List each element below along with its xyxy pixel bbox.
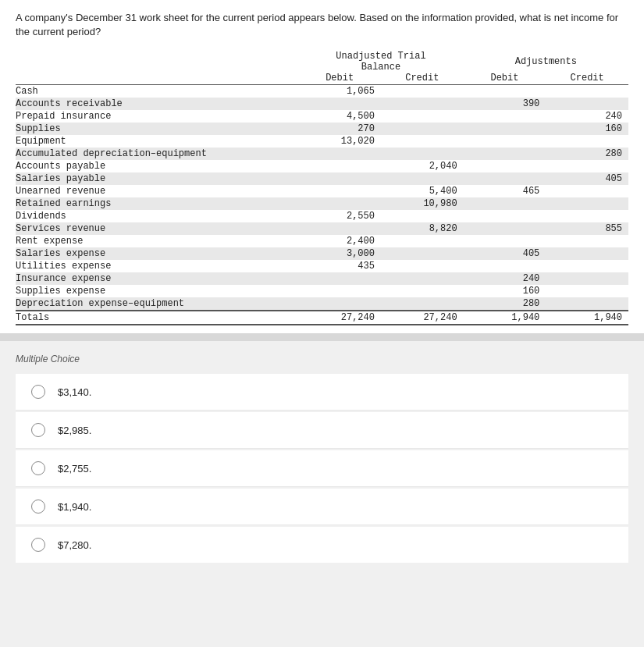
- row-credit: [381, 260, 464, 272]
- header-col-label: [16, 50, 298, 73]
- row-adj-credit: [546, 185, 628, 197]
- row-adj-debit: [464, 172, 546, 185]
- mc-option-5[interactable]: $7,280.: [16, 527, 628, 563]
- worksheet-table: Unadjusted Trial Balance Adjustments Deb…: [16, 50, 628, 325]
- row-adj-credit: 240: [546, 110, 628, 123]
- row-debit: [298, 197, 381, 210]
- table-row: Utilities expense435: [16, 260, 628, 272]
- totals-label: Totals: [16, 311, 298, 325]
- row-adj-credit: [546, 197, 628, 210]
- row-adj-debit: 405: [464, 247, 546, 260]
- totals-row: Totals 27,240 27,240 1,940 1,940: [16, 311, 628, 325]
- row-adj-credit: [546, 135, 628, 148]
- table-row: Rent expense2,400: [16, 235, 628, 247]
- question-area: A company's December 31 work sheet for t…: [0, 0, 644, 333]
- radio-1[interactable]: [31, 385, 45, 399]
- mc-option-2[interactable]: $2,985.: [16, 412, 628, 449]
- row-debit: [298, 172, 381, 185]
- row-debit: 435: [298, 260, 381, 272]
- radio-5[interactable]: [31, 538, 45, 552]
- table-row: Supplies270160: [16, 123, 628, 135]
- row-debit: 3,000: [298, 247, 381, 260]
- row-label: Salaries expense: [16, 247, 298, 260]
- question-text: A company's December 31 work sheet for t…: [16, 11, 628, 39]
- table-row: Retained earnings10,980: [16, 197, 628, 210]
- row-adj-credit: [546, 272, 628, 285]
- row-credit: [381, 210, 464, 222]
- row-label: Depreciation expense–equipment: [16, 297, 298, 311]
- row-debit: 1,065: [298, 85, 381, 98]
- radio-4[interactable]: [31, 499, 45, 514]
- row-credit: 10,980: [381, 197, 464, 210]
- row-label: Services revenue: [16, 222, 298, 235]
- row-adj-credit: [546, 247, 628, 260]
- row-label: Salaries payable: [16, 172, 298, 185]
- row-adj-debit: [464, 135, 546, 148]
- row-adj-credit: 280: [546, 148, 628, 160]
- row-adj-debit: [464, 222, 546, 235]
- row-label: Prepaid insurance: [16, 110, 298, 123]
- row-label: Accumulated depreciation–equipment: [16, 148, 298, 160]
- row-label: Supplies expense: [16, 285, 298, 297]
- row-adj-credit: [546, 235, 628, 247]
- row-adj-debit: [464, 235, 546, 247]
- row-adj-credit: [546, 210, 628, 222]
- row-label: Equipment: [16, 135, 298, 148]
- table-row: Cash1,065: [16, 85, 628, 98]
- row-adj-debit: 465: [464, 185, 546, 197]
- row-label: Utilities expense: [16, 260, 298, 272]
- row-adj-credit: [546, 98, 628, 110]
- row-debit: [298, 272, 381, 285]
- header-debit: Debit: [298, 73, 381, 85]
- radio-3[interactable]: [31, 461, 45, 475]
- row-credit: 5,400: [381, 185, 464, 197]
- row-credit: [381, 285, 464, 297]
- option-text-5: $7,280.: [58, 539, 91, 551]
- row-debit: [298, 185, 381, 197]
- row-debit: [298, 98, 381, 110]
- row-credit: [381, 98, 464, 110]
- table-row: Accounts payable2,040: [16, 160, 628, 172]
- row-adj-debit: [464, 110, 546, 123]
- row-adj-credit: [546, 160, 628, 172]
- row-credit: [381, 123, 464, 135]
- row-label: Supplies: [16, 123, 298, 135]
- row-adj-debit: [464, 148, 546, 160]
- row-adj-debit: [464, 123, 546, 135]
- table-row: Supplies expense160: [16, 285, 628, 297]
- row-label: Accounts receivable: [16, 98, 298, 110]
- row-debit: 2,400: [298, 235, 381, 247]
- multiple-choice-area: Multiple Choice $3,140.$2,985.$2,755.$1,…: [0, 341, 644, 572]
- row-credit: [381, 297, 464, 311]
- table-row: Equipment13,020: [16, 135, 628, 148]
- header-credit: Credit: [381, 73, 464, 85]
- mc-option-1[interactable]: $3,140.: [16, 374, 628, 411]
- row-debit: [298, 160, 381, 172]
- radio-2[interactable]: [31, 423, 45, 437]
- row-adj-credit: [546, 285, 628, 297]
- row-label: Insurance expense: [16, 272, 298, 285]
- table-row: Unearned revenue5,400465: [16, 185, 628, 197]
- totals-adj-credit: 1,940: [546, 311, 628, 325]
- row-adj-debit: 280: [464, 297, 546, 311]
- row-credit: [381, 235, 464, 247]
- mc-option-3[interactable]: $2,755.: [16, 450, 628, 487]
- row-debit: [298, 297, 381, 311]
- totals-adj-debit: 1,940: [464, 311, 546, 325]
- table-row: Services revenue8,820855: [16, 222, 628, 235]
- row-label: Retained earnings: [16, 197, 298, 210]
- table-row: Accumulated depreciation–equipment280: [16, 148, 628, 160]
- table-row: Accounts receivable390: [16, 98, 628, 110]
- row-adj-credit: 405: [546, 172, 628, 185]
- table-header-row1: Unadjusted Trial Balance Adjustments: [16, 50, 628, 73]
- mc-label: Multiple Choice: [16, 349, 628, 368]
- mc-option-4[interactable]: $1,940.: [16, 489, 628, 525]
- totals-credit: 27,240: [381, 311, 464, 325]
- option-text-3: $2,755.: [58, 463, 91, 475]
- row-debit: 4,500: [298, 110, 381, 123]
- header-adj-credit: Credit: [546, 73, 628, 85]
- worksheet-footer: Totals 27,240 27,240 1,940 1,940: [16, 311, 628, 325]
- row-credit: 8,820: [381, 222, 464, 235]
- row-adj-credit: [546, 85, 628, 98]
- mc-options-container: $3,140.$2,985.$2,755.$1,940.$7,280.: [16, 374, 628, 563]
